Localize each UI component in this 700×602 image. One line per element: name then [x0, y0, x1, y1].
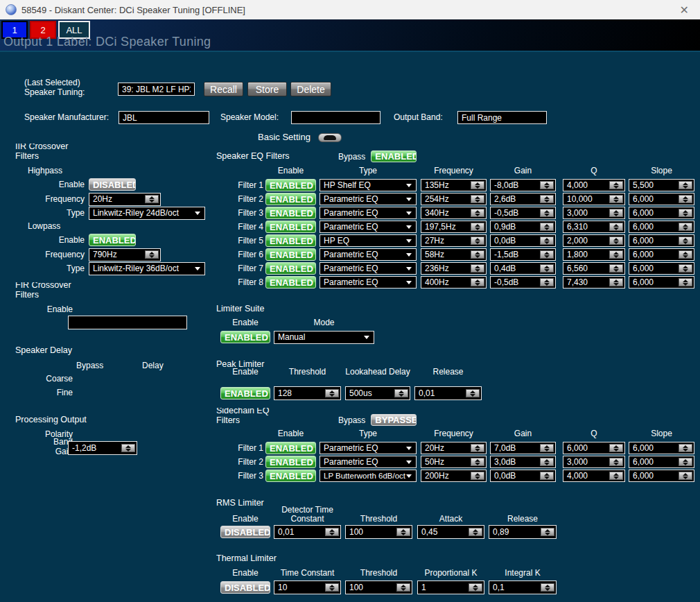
spinner-buttons[interactable] [679, 209, 692, 217]
filter-q-input[interactable]: 4,000 [563, 179, 625, 191]
close-button[interactable]: ✕ [673, 3, 696, 17]
rms-attack-input[interactable]: 0,45 [417, 525, 484, 539]
hp-frequency-input[interactable]: 20Hz [89, 193, 161, 206]
filter-type-select[interactable]: Parametric EQ [320, 442, 417, 454]
filter-q-input[interactable]: 2,000 [563, 234, 625, 247]
recall-button[interactable]: Recall [204, 82, 243, 96]
delete-button[interactable]: Delete [290, 82, 331, 96]
spinner-buttons[interactable] [471, 237, 484, 245]
spinner-buttons[interactable] [540, 458, 554, 466]
spinner-buttons[interactable] [540, 237, 554, 245]
filter-enable-button[interactable]: ENABLED [265, 276, 316, 289]
manufacturer-input[interactable] [119, 111, 209, 124]
spinner-buttons[interactable] [540, 250, 554, 259]
spinner-buttons[interactable] [540, 195, 554, 203]
spinner-buttons[interactable] [325, 389, 339, 397]
filter-frequency-input[interactable]: 20Hz [421, 442, 487, 454]
spinner-buttons[interactable] [471, 458, 484, 466]
sidechain-bypass-button[interactable]: BYPASSED [371, 414, 417, 426]
filter-q-input[interactable]: 6,560 [563, 262, 625, 275]
filter-slope-input[interactable]: 6,000 [629, 221, 694, 233]
spinner-buttons[interactable] [471, 209, 484, 217]
filter-type-select[interactable]: LP Butterworth 6dB/oct [320, 470, 417, 482]
spinner-buttons[interactable] [540, 223, 554, 231]
spinner-buttons[interactable] [679, 195, 692, 203]
filter-enable-button[interactable]: ENABLED [265, 442, 316, 454]
spinner-buttons[interactable] [609, 444, 623, 452]
filter-frequency-input[interactable]: 58Hz [421, 248, 487, 261]
spinner-buttons[interactable] [609, 250, 623, 259]
spinner-buttons[interactable] [679, 264, 692, 273]
model-input[interactable] [291, 111, 380, 124]
filter-type-select[interactable]: Parametric EQ [320, 193, 417, 205]
spinner-buttons[interactable] [540, 181, 554, 189]
filter-gain-input[interactable]: 3,0dB [490, 456, 556, 468]
spinner-buttons[interactable] [471, 472, 484, 480]
filter-enable-button[interactable]: ENABLED [265, 221, 316, 233]
filter-gain-input[interactable]: -0,5dB [490, 276, 556, 289]
filter-gain-input[interactable]: 2,6dB [490, 193, 556, 205]
lp-type-select[interactable]: Linkwitz-Riley 36dB/oct [89, 262, 205, 275]
filter-type-select[interactable]: Parametric EQ [320, 221, 417, 233]
spinner-buttons[interactable] [121, 444, 135, 452]
filter-frequency-input[interactable]: 50Hz [421, 456, 487, 468]
filter-enable-button[interactable]: ENABLED [265, 193, 316, 205]
spinner-buttons[interactable] [609, 458, 623, 466]
spinner-buttons[interactable] [609, 209, 623, 217]
filter-gain-input[interactable]: 0,4dB [490, 262, 556, 275]
spinner-buttons[interactable] [469, 583, 482, 592]
filter-slope-input[interactable]: 6,000 [629, 276, 694, 289]
basic-setting-toggle[interactable] [318, 133, 342, 142]
spinner-buttons[interactable] [469, 528, 482, 536]
filter-type-select[interactable]: Parametric EQ [320, 262, 417, 275]
peak-lookahead-input[interactable]: 500us [345, 386, 410, 400]
spinner-buttons[interactable] [679, 472, 692, 480]
filter-gain-input[interactable]: 0,0dB [490, 470, 556, 482]
filter-frequency-input[interactable]: 197,5Hz [421, 221, 487, 233]
filter-enable-button[interactable]: ENABLED [265, 179, 316, 191]
spinner-buttons[interactable] [679, 237, 692, 245]
thermal-time-constant-input[interactable]: 10 [274, 580, 341, 594]
output-band-input[interactable] [457, 111, 547, 124]
thermal-integral-input[interactable]: 0,1 [489, 580, 557, 594]
peak-threshold-input[interactable]: 128 [274, 386, 341, 400]
filter-enable-button[interactable]: ENABLED [265, 207, 316, 219]
filter-type-select[interactable]: HP EQ [320, 234, 417, 247]
filter-frequency-input[interactable]: 400Hz [421, 276, 487, 289]
spinner-buttons[interactable] [679, 278, 692, 286]
spinner-buttons[interactable] [541, 528, 554, 536]
spinner-buttons[interactable] [396, 528, 410, 536]
speaker-tuning-input[interactable] [118, 83, 195, 96]
spinner-buttons[interactable] [540, 444, 554, 452]
thermal-enable-button[interactable]: DISABLED [220, 581, 270, 594]
filter-enable-button[interactable]: ENABLED [265, 234, 316, 247]
filter-type-select[interactable]: Parametric EQ [320, 456, 417, 468]
spinner-buttons[interactable] [679, 458, 692, 466]
thermal-proportional-input[interactable]: 1 [417, 580, 484, 594]
spinner-buttons[interactable] [471, 444, 484, 452]
filter-frequency-input[interactable]: 254Hz [421, 193, 487, 205]
lp-frequency-input[interactable]: 790Hz [89, 248, 161, 261]
lp-enable-button[interactable]: ENABLED [89, 234, 136, 246]
filter-enable-button[interactable]: ENABLED [265, 456, 316, 468]
filter-enable-button[interactable]: ENABLED [265, 248, 316, 261]
band-gain-input[interactable]: -1,2dB [68, 441, 137, 455]
filter-enable-button[interactable]: ENABLED [265, 262, 316, 275]
filter-slope-input[interactable]: 6,000 [629, 248, 694, 261]
spinner-buttons[interactable] [471, 223, 484, 231]
spinner-buttons[interactable] [145, 195, 159, 203]
filter-type-select[interactable]: Parametric EQ [320, 207, 417, 219]
spinner-buttons[interactable] [609, 223, 623, 231]
spinner-buttons[interactable] [540, 472, 554, 480]
filter-slope-input[interactable]: 6,000 [629, 442, 694, 454]
filter-slope-input[interactable]: 5,500 [629, 179, 694, 191]
spinner-buttons[interactable] [325, 528, 339, 536]
filter-q-input[interactable]: 3,000 [563, 207, 625, 219]
filter-q-input[interactable]: 6,000 [563, 442, 625, 454]
limiter-enable-button[interactable]: ENABLED [220, 331, 270, 343]
filter-gain-input[interactable]: -0,5dB [490, 207, 556, 219]
filter-q-input[interactable]: 1,800 [563, 248, 625, 261]
filter-slope-input[interactable]: 6,000 [629, 234, 694, 247]
spinner-buttons[interactable] [540, 209, 554, 217]
spinner-buttons[interactable] [471, 264, 484, 273]
